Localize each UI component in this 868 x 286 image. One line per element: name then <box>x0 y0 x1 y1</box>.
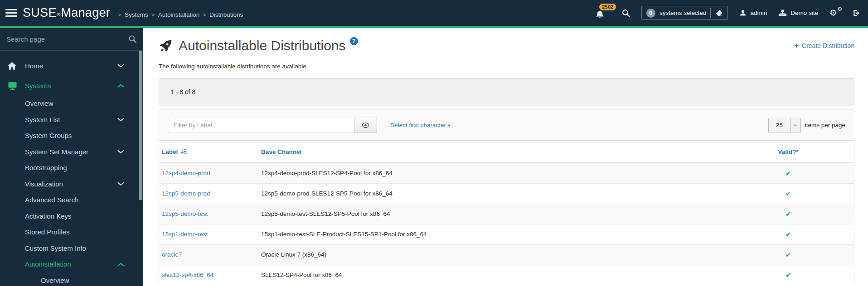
filter-toolbar: Select first character▾ 25 items per pag… <box>159 110 854 141</box>
user-icon <box>739 9 747 17</box>
base-channel-cell: Oracle Linux 7 (x86_64) <box>261 244 723 265</box>
items-per-page-label: items per page <box>805 122 845 129</box>
table-row: oracle7Oracle Linux 7 (x86_64)✔ <box>159 244 854 265</box>
chevron-up-icon <box>117 84 124 88</box>
valid-check-icon: ✔ <box>786 230 791 238</box>
eraser-clear-icon[interactable] <box>715 10 723 17</box>
base-channel-cell: 15sp1-demo-test-SLE-Product-SLES15-SP1-P… <box>261 224 723 244</box>
distributions-table: Label Base Channel Valid?* 12sp4-demo-pr… <box>159 141 854 285</box>
user-menu[interactable]: admin <box>739 9 767 17</box>
column-header-base-channel[interactable]: Base Channel <box>261 141 723 163</box>
pagination-range: 1 - 8 of 8 <box>170 88 195 95</box>
brand-breadcrumb-group: SUSE®Manager >Systems>Autoinstallation>D… <box>23 6 243 20</box>
chevron-down-icon <box>117 150 124 154</box>
sidebar-item-activation-keys[interactable]: Activation Keys <box>0 208 143 224</box>
base-channel-cell: 12sp5-demo-test-SLES12-SP5-Pool for x86_… <box>261 204 723 224</box>
sidebar-item-autoinstallation[interactable]: Autoinstallation <box>0 256 143 272</box>
valid-check-icon: ✔ <box>786 210 791 218</box>
gear-icon: ⚙ <box>829 8 837 18</box>
distribution-label-link[interactable]: 12sp4-demo-prod <box>162 170 210 176</box>
rocket-icon <box>159 39 173 53</box>
sidebar-item-system-groups[interactable]: System Groups <box>0 128 143 144</box>
column-header-valid[interactable]: Valid?* <box>723 141 854 163</box>
sidebar-item-label: Activation Keys <box>25 212 72 220</box>
sidebar-item-home[interactable]: Home <box>0 56 143 76</box>
help-icon[interactable]: ? <box>350 37 358 45</box>
distribution-label-link[interactable]: 12sp5-demo-prod <box>162 190 210 197</box>
table-row: 12sp4-demo-prod12sp4-demo-prod-SLES12-SP… <box>159 163 854 183</box>
create-distribution-link[interactable]: + Create Distribution <box>794 41 854 50</box>
top-header-bar: SUSE®Manager >Systems>Autoinstallation>D… <box>0 0 868 28</box>
sidebar-item-custom-system-info[interactable]: Custom System Info <box>0 240 143 257</box>
valid-check-icon: ✔ <box>786 169 791 177</box>
sidebar-item-label: Autoinstallation <box>25 260 71 268</box>
selected-label: systems selected <box>659 10 707 16</box>
table-header-row: Label Base Channel Valid?* <box>159 141 854 163</box>
intro-text: The following autoinstallable distributi… <box>159 63 854 70</box>
valid-check-icon: ✔ <box>786 271 791 279</box>
home-icon <box>7 62 17 70</box>
sidebar-item-visualization[interactable]: Visualization <box>0 176 143 192</box>
notification-count-badge: 2502 <box>599 4 616 10</box>
sign-out-icon <box>853 9 861 17</box>
distribution-label-link[interactable]: 12sp5-demo-test <box>162 210 208 217</box>
select-first-character-dropdown[interactable]: Select first character▾ <box>390 122 451 129</box>
app-logo[interactable]: SUSE®Manager <box>23 6 110 20</box>
sidebar-item-system-list[interactable]: System List <box>0 112 143 128</box>
breadcrumb-item[interactable]: Autoinstallation <box>158 11 200 18</box>
selection-divider <box>710 8 711 18</box>
gear-small-icon: ⚙ <box>837 6 842 12</box>
distribution-label-link[interactable]: oracle7 <box>162 251 182 258</box>
page-title-row: Autoinstallable Distributions ? + Create… <box>159 38 854 53</box>
sidebar-item-label: Overview <box>41 276 69 284</box>
desktop-icon <box>7 81 18 91</box>
sidebar-item-label: System List <box>25 116 60 124</box>
page-title: Autoinstallable Distributions <box>179 38 346 53</box>
chevron-down-icon <box>117 118 124 122</box>
system-selection-box[interactable]: 0 systems selected <box>641 6 728 20</box>
sidebar-item-system-set-manager[interactable]: System Set Manager <box>0 144 143 160</box>
sidebar-item-systems[interactable]: Systems <box>0 76 143 95</box>
sidebar-item-label: Visualization <box>25 180 63 188</box>
breadcrumb-separator: > <box>151 11 155 18</box>
sidebar-item-overview[interactable]: Overview <box>0 272 143 286</box>
sitemap-icon <box>778 9 787 17</box>
sidebar-item-overview[interactable]: Overview <box>0 95 143 112</box>
distribution-label-link[interactable]: sles12-sp4-x86_64 <box>162 272 213 278</box>
registered-mark: ® <box>57 12 61 17</box>
notifications-bell-button[interactable]: 2502 <box>595 5 611 21</box>
global-search-button[interactable] <box>622 9 630 17</box>
sign-out-button[interactable] <box>853 9 861 17</box>
sort-icon <box>180 148 187 155</box>
distributions-panel: Select first character▾ 25 items per pag… <box>159 110 854 285</box>
hamburger-menu-icon[interactable] <box>5 9 17 17</box>
sidebar-scrollbar[interactable] <box>139 51 142 200</box>
base-channel-cell: 12sp4-demo-prod-SLES12-SP4-Pool for x86_… <box>261 163 723 183</box>
column-header-label[interactable]: Label <box>162 148 187 155</box>
eye-icon <box>362 122 369 128</box>
valid-check-icon: ✔ <box>786 251 791 258</box>
sidebar-item-advanced-search[interactable]: Advanced Search <box>0 192 143 208</box>
sidebar-search <box>0 28 143 51</box>
table-row: 12sp5-demo-test12sp5-demo-test-SLES12-SP… <box>159 204 854 224</box>
breadcrumb-item[interactable]: Systems <box>125 11 148 18</box>
sidebar-item-label: Advanced Search <box>25 196 78 204</box>
breadcrumb-item[interactable]: Distributions <box>209 11 243 18</box>
page-size-select[interactable]: 25 <box>768 118 801 133</box>
search-icon <box>622 9 630 17</box>
sidebar-search-input[interactable] <box>6 35 128 43</box>
base-channel-cell: 12sp5-demo-prod-SLES12-SP5-Pool for x86_… <box>261 183 723 204</box>
caret-down-icon: ▾ <box>448 123 451 128</box>
sidebar-item-label: Home <box>25 62 43 70</box>
sidebar-item-bootstrapping[interactable]: Bootstrapping <box>0 160 143 176</box>
sidebar-item-stored-profiles[interactable]: Stored Profiles <box>0 224 143 240</box>
filter-preview-button[interactable] <box>354 118 377 133</box>
filter-by-label-input[interactable] <box>168 118 354 133</box>
organization-menu[interactable]: Demo site <box>778 9 818 17</box>
distribution-label-link[interactable]: 15sp1-demo-test <box>162 231 208 238</box>
valid-check-icon: ✔ <box>786 190 791 197</box>
settings-gears-button[interactable]: ⚙⚙ <box>829 8 841 19</box>
sidebar-nav: HomeSystemsOverviewSystem ListSystem Gro… <box>0 51 143 286</box>
sidebar-item-label: Systems <box>25 82 51 90</box>
username: admin <box>750 10 767 16</box>
